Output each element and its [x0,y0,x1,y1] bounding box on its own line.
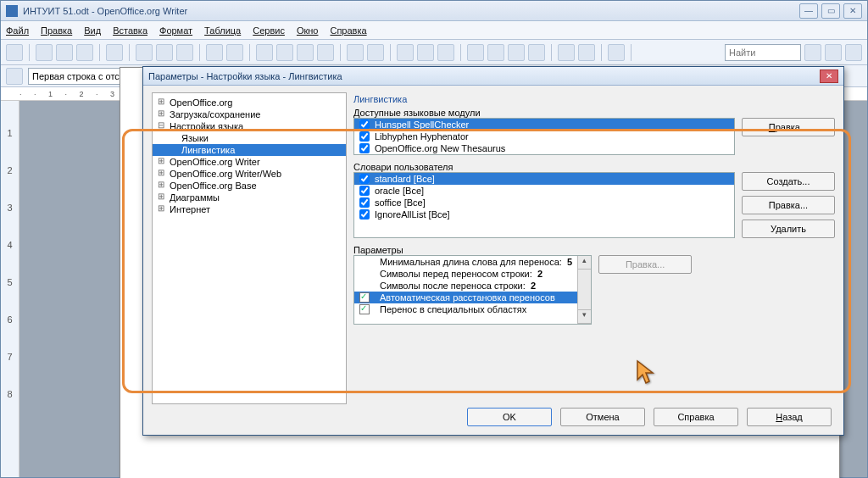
module-hunspell-check[interactable] [359,119,370,130]
menu-edit[interactable]: Правка [41,25,72,36]
dialog-button-row: OK Отмена Справка Назад [143,408,843,426]
opt-auto-hyphenation[interactable]: Автоматическая расстановка переносов [354,292,577,303]
dictionaries-listbox[interactable]: standard [Все] oracle [Все] soffice [Все… [353,172,735,238]
dict-soffice-check[interactable] [359,197,370,208]
module-thesaurus-check[interactable] [359,143,370,153]
dict-standard-check[interactable] [359,174,370,184]
tree-openoffice[interactable]: OpenOffice.org [153,97,346,108]
tree-internet[interactable]: Интернет [153,203,346,215]
tool-datasources-icon[interactable] [528,44,545,61]
dict-delete-button[interactable]: Удалить [742,220,835,238]
tree-language-settings[interactable]: Настройки языка [153,120,346,132]
options-tree[interactable]: OpenOffice.org Загрузка/сохранение Настр… [152,92,347,404]
opt-special-regions-check[interactable] [359,304,370,314]
tool-undo-icon[interactable] [347,44,364,61]
module-thesaurus[interactable]: OpenOffice.org New Thesaurus [354,142,734,154]
tree-charts[interactable]: Диаграммы [153,192,346,203]
module-hunspell[interactable]: Hunspell SpellChecker [354,119,734,131]
tool-pdf-icon[interactable] [136,44,153,61]
styles-icon[interactable] [6,68,23,85]
dict-new-button[interactable]: Создать... [742,172,835,191]
tool-navigator-icon[interactable] [487,44,504,61]
module-libhyphen-check[interactable] [359,131,370,142]
tree-load-save[interactable]: Загрузка/сохранение [153,108,346,120]
ok-button[interactable]: OK [467,408,552,426]
dict-standard[interactable]: standard [Все] [354,173,734,185]
tool-cut-icon[interactable] [256,44,273,61]
find-prev-icon[interactable] [804,44,821,61]
menu-window[interactable]: Окно [297,25,319,36]
dict-soffice[interactable]: soffice [Все] [354,197,734,208]
tree-writer-web[interactable]: OpenOffice.org Writer/Web [153,168,346,180]
tool-save-icon[interactable] [56,44,73,61]
opt-special-regions[interactable]: Перенос в специальных областях [354,303,577,315]
tool-drawing-icon[interactable] [437,44,454,61]
tool-open-icon[interactable] [36,44,53,61]
options-listbox[interactable]: Минимальная длина слова для переноса: 5 … [353,255,592,325]
menu-insert[interactable]: Вставка [113,25,147,36]
tool-print-icon[interactable] [156,44,173,61]
tool-redo-icon[interactable] [367,44,384,61]
tool-gallery-icon[interactable] [508,44,525,61]
tool-table-icon[interactable] [417,44,434,61]
opt-auto-hyphenation-check[interactable] [359,292,370,303]
dict-oracle-check[interactable] [359,186,370,196]
tree-base[interactable]: OpenOffice.org Base [153,180,346,192]
tool-find-icon[interactable] [467,44,484,61]
restore-button[interactable]: ▭ [821,3,840,19]
find-next-icon[interactable] [825,44,842,61]
dialog-title-bar[interactable]: Параметры - Настройки языка - Лингвистик… [143,67,843,86]
dict-edit-button[interactable]: Правка... [742,196,835,214]
tree-languages[interactable]: Языки [153,132,346,144]
cancel-button[interactable]: Отмена [560,408,645,426]
tree-writer[interactable]: OpenOffice.org Writer [153,156,346,168]
menu-tools[interactable]: Сервис [253,25,285,36]
scroll-down-icon[interactable]: ▾ [578,310,591,324]
options-scrollbar[interactable]: ▴ ▾ [577,256,591,324]
opt-minword[interactable]: Минимальная длина слова для переноса: 5 [354,256,577,268]
tool-formatpaint-icon[interactable] [317,44,334,61]
dict-ignoreall[interactable]: IgnoreAllList [Все] [354,208,734,220]
find-input[interactable] [725,44,801,61]
options-edit-button: Правка... [598,255,692,274]
menu-view[interactable]: Вид [84,25,101,36]
tool-paste-icon[interactable] [297,44,314,61]
menu-table[interactable]: Таблица [204,25,241,36]
tool-preview-icon[interactable] [176,44,193,61]
menu-help[interactable]: Справка [330,25,366,36]
options-dialog: Параметры - Настройки языка - Лингвистик… [142,66,844,436]
dialog-title: Параметры - Настройки языка - Лингвистик… [148,71,820,81]
menu-file[interactable]: Файл [6,25,29,36]
tool-nonprinting-icon[interactable] [558,44,575,61]
tool-hyperlink-icon[interactable] [397,44,414,61]
menu-bar: Файл Правка Вид Вставка Формат Таблица С… [1,21,867,40]
label-user-dictionaries: Словари пользователя [353,162,835,172]
tool-spellcheck-icon[interactable] [206,44,223,61]
tool-help-icon[interactable] [608,44,625,61]
module-libhyphen[interactable]: Libhyphen Hyphenator [354,131,734,142]
tool-new-icon[interactable] [6,44,23,61]
tool-editdoc-icon[interactable] [106,44,123,61]
menu-format[interactable]: Формат [159,25,192,36]
app-icon [6,5,18,17]
opt-chars-after[interactable]: Символы после переноса строки: 2 [354,280,577,292]
back-button[interactable]: Назад [747,408,832,426]
scroll-up-icon[interactable]: ▴ [578,256,591,270]
dict-oracle[interactable]: oracle [Все] [354,185,734,197]
tool-autospell-icon[interactable] [226,44,243,61]
find-tools-icon[interactable] [845,44,862,61]
opt-chars-before[interactable]: Символы перед переносом строки: 2 [354,268,577,280]
close-window-button[interactable]: ✕ [843,3,862,19]
tree-writing-aids[interactable]: Лингвистика [153,144,346,156]
modules-listbox[interactable]: Hunspell SpellChecker Libhyphen Hyphenat… [353,118,735,155]
title-bar: ИНТУИТ 51.odt - OpenOffice.org Writer — … [1,1,867,21]
minimize-button[interactable]: — [799,3,818,19]
dict-ignoreall-check[interactable] [359,209,370,220]
tool-mail-icon[interactable] [76,44,93,61]
help-button[interactable]: Справка [654,408,738,426]
modules-edit-button[interactable]: Правка... [742,118,835,136]
main-toolbar [1,40,867,65]
tool-copy-icon[interactable] [276,44,293,61]
dialog-close-icon[interactable]: ✕ [820,69,838,83]
tool-zoom-icon[interactable] [578,44,595,61]
